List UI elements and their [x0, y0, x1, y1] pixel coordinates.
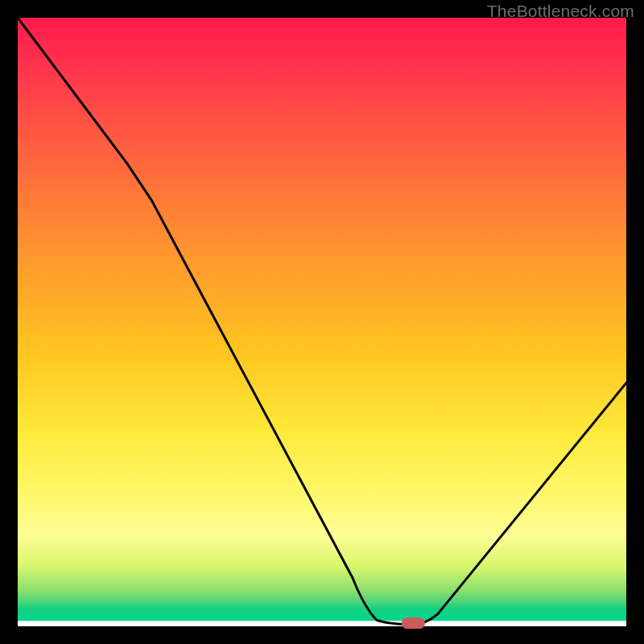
bottleneck-curve — [18, 18, 626, 625]
chart-frame: TheBottleneck.com — [0, 0, 644, 644]
optimal-marker — [402, 618, 424, 629]
chart-overlay — [18, 18, 626, 626]
